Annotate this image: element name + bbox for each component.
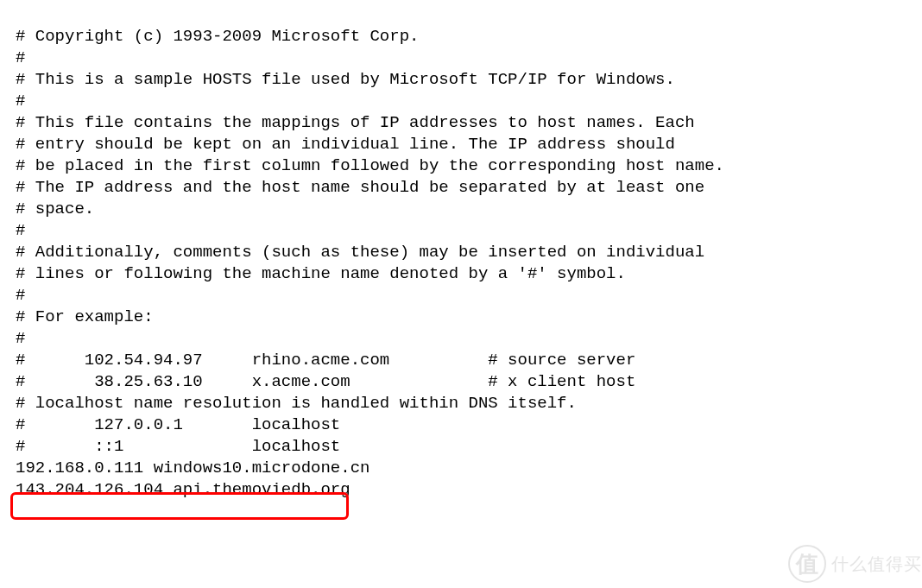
file-line: #: [16, 47, 906, 69]
file-line: # This file contains the mappings of IP …: [16, 112, 906, 134]
site-watermark: 值 什么值得买: [788, 545, 922, 583]
file-line: # Additionally, comments (such as these)…: [16, 242, 906, 263]
file-line: # Copyright (c) 1993-2009 Microsoft Corp…: [16, 26, 906, 47]
file-line-highlighted: 143.204.126.104 api.themoviedb.org: [16, 479, 906, 501]
file-line: # be placed in the first column followed…: [16, 155, 906, 177]
file-line: #: [16, 285, 906, 307]
file-line: #: [16, 91, 906, 112]
file-line: # For example:: [16, 307, 906, 328]
file-line: # space.: [16, 199, 906, 220]
file-line: # lines or following the machine name de…: [16, 263, 906, 285]
file-line: 192.168.0.111 windows10.microdone.cn: [16, 458, 906, 479]
hosts-file-content: # Copyright (c) 1993-2009 Microsoft Corp…: [16, 26, 906, 501]
file-line: # 127.0.0.1 localhost: [16, 414, 906, 436]
file-line: # entry should be kept on an individual …: [16, 134, 906, 155]
file-line: # ::1 localhost: [16, 436, 906, 458]
file-line: # This is a sample HOSTS file used by Mi…: [16, 69, 906, 91]
watermark-text: 什么值得买: [831, 553, 922, 575]
file-line: # 38.25.63.10 x.acme.com # x client host: [16, 371, 906, 393]
file-line: #: [16, 220, 906, 242]
file-line: # localhost name resolution is handled w…: [16, 393, 906, 414]
file-line: #: [16, 328, 906, 350]
file-line: # 102.54.94.97 rhino.acme.com # source s…: [16, 350, 906, 371]
file-line: # The IP address and the host name shoul…: [16, 177, 906, 199]
watermark-symbol: 值: [788, 545, 826, 583]
